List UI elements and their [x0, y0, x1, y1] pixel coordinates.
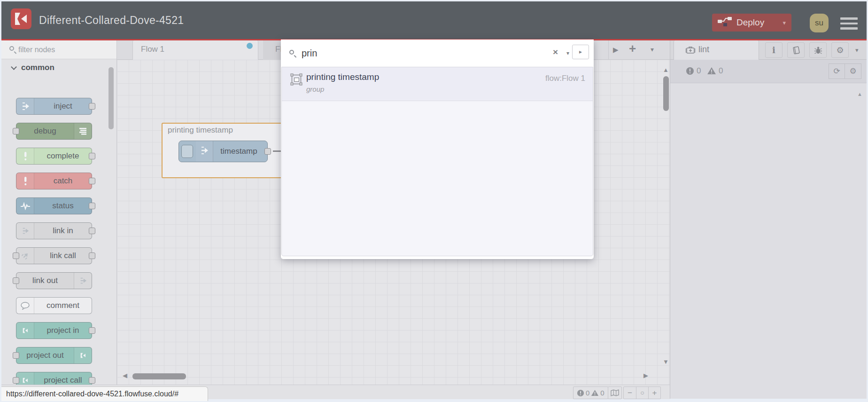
- lint-settings-button[interactable]: ⚙: [845, 63, 861, 79]
- main-menu-button[interactable]: [840, 17, 858, 31]
- flow-modified-dot: [247, 43, 253, 49]
- exclamation-icon: [16, 148, 34, 164]
- search-history-chevron-icon[interactable]: ▾: [566, 50, 569, 56]
- debug-tab-button[interactable]: [809, 42, 827, 58]
- zoom-out-button[interactable]: −: [624, 387, 636, 399]
- footer-issue-counts[interactable]: 0 0: [573, 386, 608, 399]
- canvas-scroll-right-icon[interactable]: ▶: [643, 372, 648, 379]
- user-avatar[interactable]: su: [810, 14, 829, 32]
- node-output-port[interactable]: [264, 148, 271, 155]
- palette-node-project-in[interactable]: project in: [16, 322, 92, 339]
- canvas-scroll-down-icon[interactable]: ▼: [663, 358, 669, 365]
- palette-node-link-out[interactable]: link out: [16, 272, 92, 289]
- node-input-port: [13, 128, 19, 134]
- node-palette: common injectdebugcompletecatchstatuslin…: [1, 40, 117, 385]
- footer-warning-count: 0: [600, 389, 604, 397]
- deploy-icon: [718, 16, 732, 30]
- node-input-port: [13, 252, 19, 259]
- palette-node-label: inject: [34, 98, 92, 114]
- canvas-vertical-scrollbar[interactable]: [663, 76, 669, 111]
- tab-scroll-right-icon[interactable]: ▶: [613, 46, 619, 54]
- palette-node-label: debug: [16, 123, 74, 139]
- instance-title: Different-Collared-Dove-4521: [39, 14, 184, 27]
- palette-node-link-in[interactable]: link in: [16, 222, 92, 239]
- error-count-icon: [577, 389, 584, 397]
- navigator-toggle-button[interactable]: [608, 386, 622, 399]
- browser-link-preview: https://different-collared-dove-4521.flo…: [1, 386, 208, 401]
- palette-node-comment[interactable]: comment: [16, 297, 92, 314]
- help-tab-button[interactable]: [787, 42, 805, 58]
- settings-tab-button[interactable]: ⚙: [831, 42, 849, 58]
- palette-filter-input[interactable]: [18, 44, 103, 56]
- refresh-icon: ⟳: [833, 66, 840, 76]
- search-expand-button[interactable]: ▸: [572, 45, 589, 59]
- flowfuse-logo: [11, 8, 31, 29]
- status-pulse-icon: [16, 198, 34, 214]
- chevron-down-icon: [11, 64, 17, 70]
- palette-node-project-out[interactable]: project out: [16, 347, 92, 364]
- node-wire: [273, 150, 281, 152]
- error-count-icon: [686, 67, 694, 77]
- gear-icon: ⚙: [836, 45, 844, 55]
- palette-node-label: link in: [34, 223, 92, 239]
- zoom-reset-button[interactable]: ○: [636, 387, 648, 399]
- node-input-port: [13, 277, 19, 284]
- search-input[interactable]: [302, 46, 536, 60]
- canvas-scroll-up-icon[interactable]: ▲: [663, 66, 669, 73]
- group-icon: [289, 72, 303, 88]
- warning-count-icon: [591, 389, 599, 397]
- clear-search-icon[interactable]: ×: [553, 47, 558, 57]
- flowfuse-icon: [16, 323, 34, 339]
- palette-scrollbar[interactable]: [108, 67, 114, 129]
- node-output-port: [89, 377, 95, 384]
- node-output-port: [89, 203, 95, 209]
- lint-toolbar: 0 0 ⟳ ⚙: [670, 60, 867, 83]
- node-output-port: [89, 252, 95, 259]
- lint-error-count: 0: [697, 66, 701, 76]
- link-arrow-icon: [74, 273, 92, 289]
- palette-node-inject[interactable]: inject: [16, 98, 92, 115]
- lint-refresh-button[interactable]: ⟳: [829, 63, 845, 79]
- palette-node-complete[interactable]: complete: [16, 148, 92, 165]
- comment-bubble-icon: [16, 298, 34, 314]
- canvas-horizontal-scrollbar[interactable]: [132, 373, 186, 379]
- palette-node-status[interactable]: status: [16, 197, 92, 214]
- palette-node-catch[interactable]: catch: [16, 173, 92, 189]
- tab-lint[interactable]: lint: [674, 40, 759, 60]
- exclamation-icon: [16, 173, 34, 189]
- zoom-in-button[interactable]: +: [648, 387, 660, 399]
- palette-node-link-call[interactable]: link call: [16, 247, 92, 264]
- palette-node-label: status: [34, 198, 92, 214]
- add-flow-button[interactable]: +: [629, 41, 636, 56]
- canvas-scroll-left-icon[interactable]: ◀: [123, 372, 127, 379]
- flow-list-chevron-icon[interactable]: ▾: [651, 46, 654, 53]
- palette-node-debug[interactable]: debug: [16, 123, 92, 140]
- result-flow-label: flow:Flow 1: [545, 74, 585, 83]
- sidebar-scroll-up-icon[interactable]: ▲: [857, 91, 862, 97]
- node-output-port: [89, 178, 95, 184]
- palette-node-label: complete: [34, 148, 92, 164]
- deploy-button[interactable]: Deploy ▾: [712, 14, 791, 32]
- node-input-port: [13, 352, 19, 359]
- node-output-port: [89, 228, 95, 234]
- deploy-options-chevron-icon[interactable]: ▾: [783, 19, 786, 26]
- palette-node-label: project call: [34, 372, 92, 385]
- zoom-controls: − ○ +: [623, 386, 661, 399]
- palette-node-project-call[interactable]: project call: [16, 372, 92, 385]
- tab-flow1[interactable]: Flow 1: [132, 40, 258, 60]
- inject-trigger-button[interactable]: [181, 145, 193, 158]
- search-icon: [9, 46, 14, 51]
- inject-arrow-icon: [16, 98, 34, 114]
- link-arrow-icon: [16, 223, 34, 239]
- sidebar-menu-chevron-icon[interactable]: ▾: [855, 47, 859, 54]
- right-sidebar: lint i ⚙ ▾: [670, 40, 867, 399]
- warning-count-icon: [707, 67, 716, 77]
- inject-node-timestamp[interactable]: timestamp: [178, 141, 268, 162]
- footer-error-count: 0: [586, 389, 589, 397]
- palette-category-common[interactable]: common: [1, 60, 117, 76]
- search-result-item[interactable]: printing timestamp group flow:Flow 1: [282, 67, 593, 101]
- inject-arrow-icon: [196, 141, 213, 162]
- info-tab-button[interactable]: i: [765, 42, 783, 58]
- gear-icon: ⚙: [849, 66, 856, 76]
- palette-node-label: link call: [34, 248, 92, 264]
